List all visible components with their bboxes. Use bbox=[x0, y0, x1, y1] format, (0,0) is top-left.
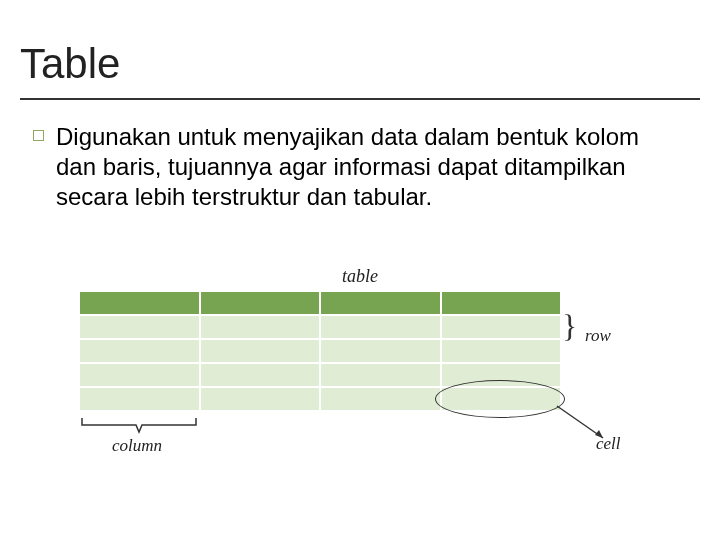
table-cell bbox=[201, 340, 320, 362]
table-header-cell bbox=[201, 292, 320, 314]
cell-label: cell bbox=[596, 434, 621, 454]
square-bullet-icon bbox=[33, 130, 44, 141]
table-cell bbox=[201, 388, 320, 410]
table-header-row bbox=[80, 292, 560, 314]
table-cell bbox=[321, 316, 440, 338]
table-cell bbox=[442, 340, 561, 362]
column-bracket-icon bbox=[80, 416, 195, 434]
table-cell bbox=[80, 364, 199, 386]
body-paragraph: Digunakan untuk menyajikan data dalam be… bbox=[56, 122, 676, 212]
row-bracket-icon: } bbox=[562, 314, 577, 340]
table-cell bbox=[201, 364, 320, 386]
slide-title: Table bbox=[20, 40, 120, 88]
table-cell bbox=[321, 388, 440, 410]
table-row bbox=[80, 316, 560, 338]
table-cell bbox=[321, 340, 440, 362]
table-header-cell bbox=[321, 292, 440, 314]
cell-ellipse-icon bbox=[435, 380, 565, 418]
table-cell bbox=[442, 316, 561, 338]
table-cell bbox=[80, 316, 199, 338]
table-row bbox=[80, 340, 560, 362]
table-cell bbox=[80, 388, 199, 410]
column-label: column bbox=[112, 436, 162, 456]
table-header-cell bbox=[442, 292, 561, 314]
table-header-cell bbox=[80, 292, 199, 314]
row-label: row bbox=[585, 326, 611, 346]
table-caption: table bbox=[342, 266, 378, 287]
table-cell bbox=[321, 364, 440, 386]
table-cell bbox=[80, 340, 199, 362]
title-underline bbox=[20, 98, 700, 100]
table-cell bbox=[201, 316, 320, 338]
slide: Table Digunakan untuk menyajikan data da… bbox=[0, 0, 720, 540]
